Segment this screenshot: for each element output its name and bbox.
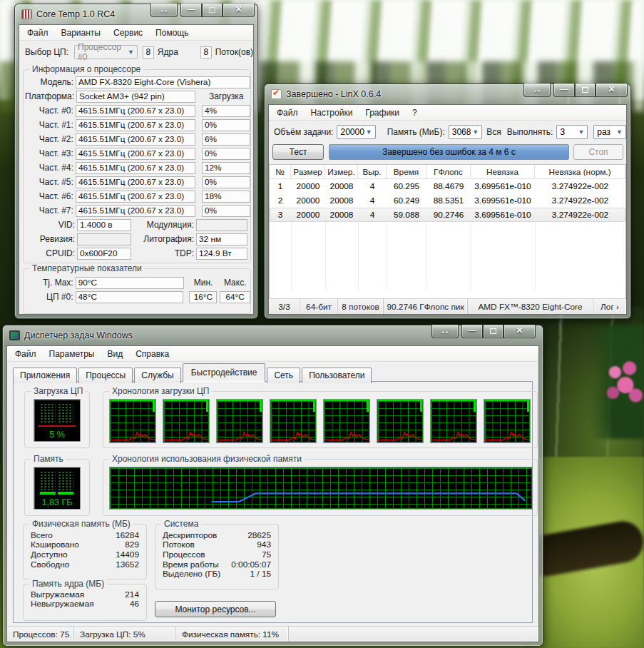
task-size-dropdown[interactable]: 20000▼ bbox=[337, 125, 375, 139]
linx-menu-settings[interactable]: Настройки bbox=[305, 106, 359, 120]
coretemp-menu-tools[interactable]: Сервис bbox=[107, 26, 149, 40]
log-expander[interactable]: Лог › bbox=[593, 299, 626, 314]
chevron-right-icon: › bbox=[616, 302, 619, 312]
status-bitness: 64-бит bbox=[300, 299, 338, 314]
pink-flower bbox=[603, 357, 644, 408]
load-value: 0% bbox=[202, 119, 250, 131]
col-measured[interactable]: Измер. bbox=[325, 165, 358, 178]
col-residual-norm[interactable]: Невязка (норм.) bbox=[535, 165, 625, 178]
status-filler bbox=[289, 627, 538, 642]
cpu-info-group-label: Информация о процессоре bbox=[29, 64, 143, 74]
coretemp-menu-file[interactable]: Файл bbox=[21, 26, 55, 40]
col-time[interactable]: Время bbox=[387, 165, 426, 178]
col-gflops[interactable]: ГФлопс bbox=[426, 165, 471, 178]
resource-monitor-button[interactable]: Монитор ресурсов... bbox=[155, 601, 276, 617]
linx-restore-arrows-button[interactable]: ↔ bbox=[523, 83, 551, 97]
coretemp-minimize-button[interactable]: — bbox=[180, 4, 202, 17]
load-value: 12% bbox=[202, 162, 250, 174]
cpu-select-dropdown[interactable]: Процессор #0▼ bbox=[74, 45, 138, 59]
tab-performance[interactable]: Быстродействие bbox=[183, 363, 266, 382]
stat-row: Дескрипторов28625 bbox=[163, 530, 271, 540]
cpu-history-group-label: Хронология загрузки ЦП bbox=[109, 386, 213, 396]
linx-menu-file[interactable]: Файл bbox=[270, 106, 305, 120]
chevron-down-icon: ▼ bbox=[578, 128, 587, 136]
coretemp-restore-arrows-button[interactable]: ↔ bbox=[150, 4, 178, 17]
tdp-value: 124.9 Вт bbox=[196, 248, 247, 260]
coretemp-menu-options[interactable]: Варианты bbox=[55, 26, 107, 40]
model-label: Модель: bbox=[25, 77, 73, 87]
freq-value: 4615.51МГц (200.67 x 23.0) bbox=[76, 191, 195, 203]
run-count-dropdown[interactable]: 3▼ bbox=[556, 125, 588, 139]
linx-menu-graphs[interactable]: Графики bbox=[359, 106, 406, 120]
col-size[interactable]: Размер bbox=[291, 165, 325, 178]
cpu-core-history-graph bbox=[163, 400, 209, 442]
task-size-value: 20000 bbox=[340, 127, 364, 137]
tab-services[interactable]: Службы bbox=[134, 368, 180, 383]
cpu0-temp-value: 48°C bbox=[76, 291, 184, 303]
col-number[interactable]: № bbox=[270, 165, 291, 178]
system-group: Система Дескрипторов28625 Потоков943 Про… bbox=[155, 524, 279, 589]
coretemp-app-icon bbox=[21, 9, 32, 19]
linx-window: Завершено - LinX 0.6.4 ↔ — ✕ Файл Настро… bbox=[264, 83, 631, 319]
taskmgr-menu-file[interactable]: Файл bbox=[9, 347, 43, 361]
system-group-label: Система bbox=[161, 519, 201, 529]
arrows-icon: ↔ bbox=[532, 83, 542, 95]
lithography-label: Литография: bbox=[131, 234, 194, 244]
linx-close-button[interactable]: ✕ bbox=[596, 83, 628, 97]
linx-menu-help[interactable]: ? bbox=[406, 106, 424, 120]
memory-usage-group: Память 1,83 ГБ bbox=[24, 459, 90, 516]
col-align[interactable]: Выр. bbox=[358, 165, 387, 178]
cpu-usage-level-line bbox=[39, 425, 76, 427]
taskmgr-menu-help[interactable]: Справка bbox=[129, 347, 175, 361]
tab-processes[interactable]: Процессы bbox=[78, 368, 133, 383]
tab-applications[interactable]: Приложения bbox=[13, 368, 77, 383]
maximize-icon bbox=[209, 7, 215, 13]
minimize-icon: — bbox=[187, 4, 195, 14]
freq-value: 4615.51МГц (200.67 x 23.0) bbox=[76, 148, 195, 160]
table-row[interactable]: 22000020008460.24988.53513.699561e-0103.… bbox=[270, 193, 625, 208]
taskmgr-title: Диспетчер задач Windows bbox=[24, 330, 133, 340]
taskmgr-maximize-button[interactable] bbox=[483, 325, 504, 338]
run-unit-dropdown[interactable]: раз▼ bbox=[593, 125, 626, 139]
tab-network[interactable]: Сеть bbox=[267, 368, 300, 383]
freq-value: 4615.51МГц (200.67 x 23.0) bbox=[76, 105, 195, 117]
table-row[interactable]: 12000020008460.29588.46793.699561e-0103.… bbox=[270, 179, 625, 193]
stat-row: Всего16284 bbox=[31, 530, 139, 540]
col-residual[interactable]: Невязка bbox=[471, 165, 535, 178]
stat-row: Невыгружаемая46 bbox=[31, 599, 139, 609]
stat-row: Выделено (ГБ)1 / 15 bbox=[163, 569, 271, 579]
taskmgr-menu-options[interactable]: Параметры bbox=[43, 347, 101, 361]
coretemp-menu-help[interactable]: Помощь bbox=[149, 26, 195, 40]
linx-app-icon bbox=[271, 89, 282, 99]
memory-size-dropdown[interactable]: 3068▼ bbox=[449, 125, 482, 139]
linx-maximize-button[interactable] bbox=[575, 83, 596, 97]
modulation-value bbox=[196, 219, 247, 231]
load-value: 4% bbox=[202, 105, 250, 117]
freq-label: Част. #2: bbox=[25, 134, 73, 144]
memory-history-group: Хронология использования физической памя… bbox=[103, 459, 538, 516]
linx-minimize-button[interactable]: — bbox=[553, 83, 575, 97]
tab-users[interactable]: Пользователи bbox=[302, 368, 372, 383]
memory-usage-group-label: Память bbox=[31, 454, 66, 464]
taskmgr-menu-view[interactable]: Вид bbox=[101, 347, 129, 361]
status-threads: 8 потоков bbox=[338, 299, 384, 314]
chevron-down-icon: ▼ bbox=[472, 128, 481, 136]
resource-monitor-button-label: Монитор ресурсов... bbox=[175, 604, 255, 614]
minimize-icon: — bbox=[468, 325, 476, 335]
cpu-core-history-graph bbox=[110, 400, 155, 442]
results-table: № Размер Измер. Выр. Время ГФлопс Невязк… bbox=[269, 164, 626, 300]
maximize-icon bbox=[490, 328, 496, 334]
taskmgr-minimize-button[interactable]: — bbox=[461, 325, 483, 338]
memory-usage-bar bbox=[58, 492, 73, 495]
coretemp-close-button[interactable]: ✕ bbox=[223, 4, 255, 17]
chevron-down-icon: ▼ bbox=[366, 128, 375, 136]
stop-button[interactable]: Стоп bbox=[573, 144, 623, 160]
cpu0-temp-min: 16°C bbox=[189, 291, 217, 303]
chevron-down-icon: ▼ bbox=[616, 128, 625, 136]
taskmgr-close-button[interactable]: ✕ bbox=[504, 325, 536, 338]
table-row-selected[interactable]: 32000020008459.08890.27463.699561e-0103.… bbox=[270, 208, 625, 222]
taskmgr-restore-arrows-button[interactable]: ↔ bbox=[431, 325, 459, 338]
revision-label: Ревизия: bbox=[25, 234, 75, 244]
coretemp-maximize-button[interactable] bbox=[202, 4, 223, 17]
test-button[interactable]: Тест bbox=[272, 144, 324, 160]
